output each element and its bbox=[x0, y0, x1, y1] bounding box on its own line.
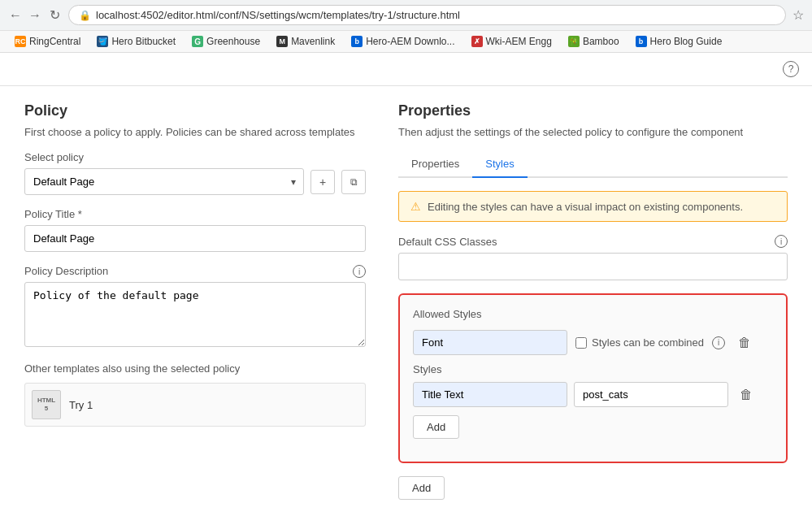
help-icon[interactable]: ? bbox=[783, 61, 799, 77]
warning-text: Editing the styles can have a visual imp… bbox=[428, 201, 743, 213]
select-policy-row: Default Page ▾ + ⧉ bbox=[24, 168, 366, 195]
policy-description-textarea[interactable]: Policy of the default page bbox=[24, 282, 366, 347]
page-header: ? bbox=[0, 53, 812, 86]
browser-chrome: ← → ↻ 🔒 localhost:4502/editor.html/conf/… bbox=[0, 0, 812, 53]
css-classes-input[interactable] bbox=[398, 253, 788, 280]
policy-section: Policy First choose a policy to apply. P… bbox=[24, 102, 366, 501]
add-group-button[interactable]: Add bbox=[398, 476, 445, 500]
bitbucket-icon: 🪣 bbox=[97, 36, 108, 47]
secure-icon: 🔒 bbox=[79, 10, 91, 21]
bottom-add-wrapper: Add bbox=[398, 476, 788, 500]
styles-combined-label: Styles can be combined bbox=[575, 336, 704, 349]
bookmark-hero-blog-label: Hero Blog Guide bbox=[650, 36, 723, 47]
forward-icon[interactable]: → bbox=[28, 8, 42, 23]
allowed-styles-box: Allowed Styles Styles can be combined i … bbox=[398, 293, 788, 463]
bookmark-hero-aem[interactable]: b Hero-AEM Downlo... bbox=[345, 34, 461, 49]
bookmark-mavenlink[interactable]: M Mavenlink bbox=[270, 34, 341, 49]
template-name: Try 1 bbox=[69, 399, 93, 411]
hero-blog-icon: b bbox=[636, 36, 647, 47]
bookmark-wki-aem[interactable]: ✗ Wki-AEM Engg bbox=[465, 34, 558, 49]
style-item-row: 🗑 bbox=[413, 382, 773, 407]
styles-sub-label: Styles bbox=[413, 363, 773, 375]
properties-title: Properties bbox=[398, 102, 788, 119]
bookmark-hero-aem-label: Hero-AEM Downlo... bbox=[366, 36, 454, 47]
styles-combined-info-icon[interactable]: i bbox=[712, 336, 725, 349]
bookmarks-bar: RC RingCentral 🪣 Hero Bitbucket G Greenh… bbox=[0, 30, 812, 52]
styles-combined-text: Styles can be combined bbox=[592, 336, 704, 349]
back-icon[interactable]: ← bbox=[8, 8, 23, 23]
properties-tabs: Properties Styles bbox=[398, 151, 788, 178]
policy-title-input[interactable] bbox=[24, 225, 366, 252]
tab-styles[interactable]: Styles bbox=[472, 151, 527, 178]
bookmark-bitbucket-label: Hero Bitbucket bbox=[111, 36, 176, 47]
template-html5-icon: HTML5 bbox=[32, 390, 61, 419]
properties-description: Then adjust the settings of the selected… bbox=[398, 126, 788, 138]
style-group: Styles can be combined i 🗑 Styles 🗑 Add bbox=[413, 330, 773, 439]
browser-toolbar: ← → ↻ 🔒 localhost:4502/editor.html/conf/… bbox=[0, 0, 812, 30]
bamboo-icon: 🎋 bbox=[568, 36, 580, 47]
address-bar[interactable]: 🔒 localhost:4502/editor.html/conf/NS/set… bbox=[68, 5, 786, 25]
reload-icon[interactable]: ↻ bbox=[47, 8, 62, 23]
add-policy-button[interactable]: + bbox=[310, 170, 335, 194]
select-policy-dropdown[interactable]: Default Page bbox=[24, 168, 304, 195]
style-item-class-input[interactable] bbox=[574, 382, 728, 407]
template-item: HTML5 Try 1 bbox=[24, 383, 366, 427]
page-container: ? Policy First choose a policy to apply.… bbox=[0, 53, 812, 516]
copy-policy-button[interactable]: ⧉ bbox=[341, 170, 366, 194]
wki-aem-icon: ✗ bbox=[471, 36, 483, 47]
bookmark-hero-blog[interactable]: b Hero Blog Guide bbox=[629, 34, 729, 49]
properties-section: Properties Then adjust the settings of t… bbox=[398, 102, 788, 501]
bookmark-ringcentral[interactable]: RC RingCentral bbox=[8, 34, 87, 49]
browser-nav-icons: ← → ↻ bbox=[8, 8, 62, 23]
styles-combined-checkbox[interactable] bbox=[575, 337, 587, 349]
policy-description-label: Policy Description bbox=[24, 265, 350, 277]
warning-banner: ⚠ Editing the styles can have a visual i… bbox=[398, 191, 788, 222]
hero-aem-icon: b bbox=[351, 36, 363, 47]
policy-title-label: Policy Title bbox=[24, 208, 366, 220]
select-policy-wrapper: Default Page ▾ bbox=[24, 168, 304, 195]
bookmark-ringcentral-label: RingCentral bbox=[29, 36, 80, 47]
css-classes-label-text: Default CSS Classes bbox=[398, 236, 497, 248]
policy-desc-label-row: Policy Description i bbox=[24, 265, 366, 282]
ringcentral-icon: RC bbox=[15, 36, 26, 47]
tab-properties[interactable]: Properties bbox=[398, 151, 472, 178]
bookmark-greenhouse[interactable]: G Greenhouse bbox=[185, 34, 267, 49]
style-group-delete-button[interactable]: 🗑 bbox=[733, 334, 756, 352]
bookmark-mavenlink-label: Mavenlink bbox=[291, 36, 335, 47]
style-group-row: Styles can be combined i 🗑 bbox=[413, 330, 773, 355]
policy-title: Policy bbox=[24, 102, 366, 119]
main-content: Policy First choose a policy to apply. P… bbox=[0, 86, 812, 516]
css-classes-info-icon[interactable]: i bbox=[775, 235, 788, 248]
bookmark-bamboo-label: Bamboo bbox=[583, 36, 619, 47]
allowed-styles-title: Allowed Styles bbox=[413, 308, 773, 320]
url-text: localhost:4502/editor.html/conf/NS/setti… bbox=[96, 9, 775, 21]
style-item-name-input[interactable] bbox=[413, 382, 567, 407]
add-style-button[interactable]: Add bbox=[413, 415, 459, 439]
bookmark-bamboo[interactable]: 🎋 Bamboo bbox=[562, 34, 626, 49]
other-templates-label: Other templates also using the selected … bbox=[24, 362, 366, 375]
greenhouse-icon: G bbox=[192, 36, 203, 47]
style-group-name-input[interactable] bbox=[413, 330, 567, 355]
bookmark-star-icon[interactable]: ☆ bbox=[792, 7, 804, 23]
style-item-delete-button[interactable]: 🗑 bbox=[735, 386, 758, 404]
policy-description: First choose a policy to apply. Policies… bbox=[24, 126, 366, 138]
bookmark-bitbucket[interactable]: 🪣 Hero Bitbucket bbox=[90, 34, 182, 49]
bookmark-greenhouse-label: Greenhouse bbox=[206, 36, 260, 47]
css-classes-label-row: Default CSS Classes i bbox=[398, 235, 788, 248]
warning-icon: ⚠ bbox=[410, 200, 421, 213]
mavenlink-icon: M bbox=[276, 36, 288, 47]
policy-description-info-icon[interactable]: i bbox=[353, 265, 366, 278]
bookmark-wki-aem-label: Wki-AEM Engg bbox=[486, 36, 552, 47]
select-policy-label: Select policy bbox=[24, 151, 366, 163]
